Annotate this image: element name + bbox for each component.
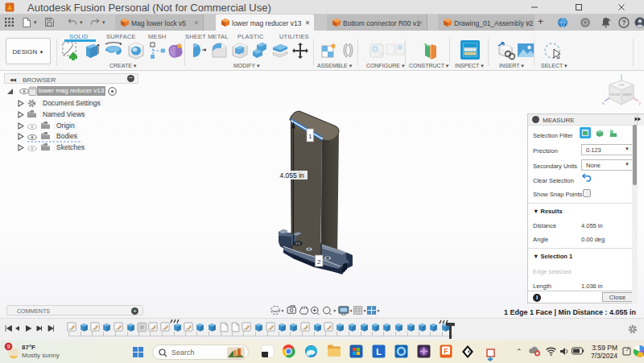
svg-text:▾: ▾ xyxy=(333,308,336,313)
svg-text:RIGHT: RIGHT xyxy=(623,93,633,97)
svg-text:9: 9 xyxy=(6,343,10,350)
svg-text:4.055 in: 4.055 in xyxy=(280,171,305,179)
svg-text:F: F xyxy=(444,347,448,355)
svg-text:▾: ▾ xyxy=(378,308,380,313)
svg-text:2: 2 xyxy=(317,258,321,266)
svg-text:L: L xyxy=(376,347,382,357)
svg-text:?: ? xyxy=(621,19,625,27)
svg-text:1: 1 xyxy=(308,133,312,140)
svg-text:x: x xyxy=(602,101,605,105)
svg-text:▾: ▾ xyxy=(364,308,366,313)
svg-text:TOP: TOP xyxy=(618,84,625,87)
svg-text:▾: ▾ xyxy=(282,308,284,313)
svg-text:y: y xyxy=(639,101,642,105)
svg-text:▾: ▾ xyxy=(350,308,353,313)
svg-text:FRONT: FRONT xyxy=(610,93,621,97)
